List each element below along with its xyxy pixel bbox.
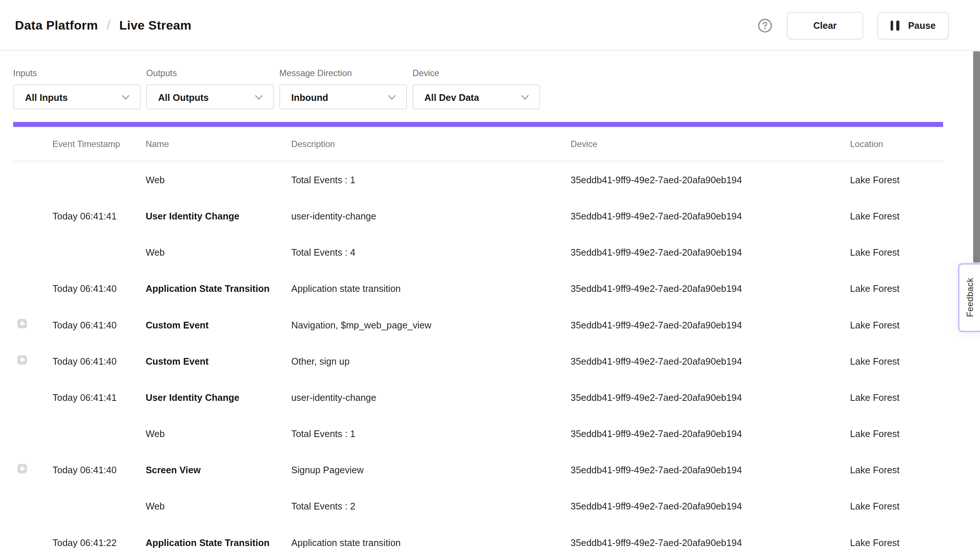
message-direction-dropdown-value: Inbound [291,92,328,102]
cell-name: Screen View [145,464,291,475]
cell-location: Lake Forest [850,211,943,221]
pause-button[interactable]: Pause [877,11,948,39]
table-row[interactable]: Today 06:41:40 Custom Event Other, sign … [13,343,943,379]
chevron-down-icon [255,94,263,100]
table-row[interactable]: Web Total Events : 1 35eddb41-9ff9-49e2-… [13,415,943,452]
filter-message-direction-label: Message Direction [280,68,407,78]
cell-name: Web [145,501,291,511]
pause-button-label: Pause [908,20,936,31]
cell-location: Lake Forest [850,356,943,366]
live-stream-page: Data Platform / Live Stream Clear Pause [0,0,980,549]
cell-description: Application state transition [291,537,571,547]
cell-name: Application State Transition [145,537,291,547]
cell-timestamp: Today 06:41:22 [52,537,145,547]
cell-name: Web [145,174,291,185]
cell-name: Web [145,428,291,439]
app-header: Data Platform / Live Stream Clear Pause [0,0,980,51]
table-row[interactable]: Today 06:41:40 Custom Event Navigation, … [13,306,943,343]
cell-description: user-identity-change [291,211,571,221]
cell-location: Lake Forest [850,428,943,439]
cell-location: Lake Forest [850,392,943,402]
column-header-name: Name [145,139,291,149]
filter-outputs: Outputs All Outputs [146,51,274,109]
chevron-down-icon [521,94,530,100]
filter-device: Device All Dev Data [412,51,540,109]
cell-timestamp: Today 06:41:41 [52,211,145,221]
cell-description: Other, sign up [291,356,571,366]
table-row[interactable]: Web Total Events : 1 35eddb41-9ff9-49e2-… [13,161,943,198]
cell-name: Custom Event [145,356,291,366]
feedback-tab[interactable]: Feedback [958,263,980,332]
cell-location: Lake Forest [850,501,943,511]
cell-device: 35eddb41-9ff9-49e2-7aed-20afa90eb194 [571,319,850,330]
cell-name: User Identity Change [145,392,291,402]
table-row[interactable]: Today 06:41:41 User Identity Change user… [13,379,943,415]
feedback-tab-label: Feedback [965,278,975,318]
chevron-down-icon [387,94,396,100]
table-row[interactable]: Today 06:41:22 Application State Transit… [13,524,943,549]
question-mark-circle-icon [757,18,773,33]
chevron-down-icon [121,94,130,100]
table-header-row: Event Timestamp Name Description Device … [13,127,943,161]
device-dropdown[interactable]: All Dev Data [412,85,540,110]
cell-location: Lake Forest [850,537,943,547]
clear-button-label: Clear [813,20,837,31]
cell-description: Total Events : 4 [291,247,571,257]
table-row[interactable]: Today 06:41:41 User Identity Change user… [13,198,943,234]
filter-outputs-label: Outputs [146,68,274,78]
cell-name: Web [145,247,291,257]
filter-inputs: Inputs All Inputs [13,51,141,109]
cell-device: 35eddb41-9ff9-49e2-7aed-20afa90eb194 [571,356,850,366]
cell-timestamp: Today 06:41:40 [52,283,145,294]
breadcrumb: Data Platform / Live Stream [0,17,192,33]
cell-device: 35eddb41-9ff9-49e2-7aed-20afa90eb194 [571,392,850,402]
breadcrumb-separator: / [107,17,110,33]
outputs-dropdown-value: All Outputs [158,92,208,102]
vertical-scrollbar-thumb[interactable] [973,51,980,263]
table-row[interactable]: Today 06:41:40 Screen View Signup Pagevi… [13,452,943,488]
table-row[interactable]: Web Total Events : 2 35eddb41-9ff9-49e2-… [13,488,943,524]
help-button[interactable] [757,18,773,33]
cell-device: 35eddb41-9ff9-49e2-7aed-20afa90eb194 [571,283,850,294]
cell-device: 35eddb41-9ff9-49e2-7aed-20afa90eb194 [571,501,850,511]
live-stream-table: Event Timestamp Name Description Device … [13,127,943,549]
column-header-description: Description [291,139,571,149]
cell-description: Total Events : 2 [291,501,571,511]
clear-button[interactable]: Clear [787,11,863,39]
cell-device: 35eddb41-9ff9-49e2-7aed-20afa90eb194 [571,211,850,221]
filter-device-label: Device [412,68,540,78]
cell-name: User Identity Change [145,211,291,221]
page-title: Live Stream [119,18,192,32]
cell-location: Lake Forest [850,174,943,185]
device-dropdown-value: All Dev Data [424,92,479,102]
cell-description: Application state transition [291,283,571,294]
inputs-dropdown[interactable]: All Inputs [13,85,141,110]
message-direction-dropdown[interactable]: Inbound [280,85,407,110]
cell-location: Lake Forest [850,319,943,330]
cell-description: user-identity-change [291,392,571,402]
cell-description: Total Events : 1 [291,174,571,185]
expand-row-button[interactable] [18,355,27,364]
breadcrumb-data-platform[interactable]: Data Platform [15,18,98,32]
cell-description: Navigation, $mp_web_page_view [291,319,571,330]
table-body: Web Total Events : 1 35eddb41-9ff9-49e2-… [13,161,943,549]
expand-row-button[interactable] [18,464,27,473]
column-header-location: Location [850,139,943,149]
cell-timestamp: Today 06:41:41 [52,392,145,402]
cell-location: Lake Forest [850,283,943,294]
accent-bar [13,122,943,127]
filter-inputs-label: Inputs [13,68,141,78]
cell-description: Total Events : 1 [291,428,571,439]
cell-device: 35eddb41-9ff9-49e2-7aed-20afa90eb194 [571,428,850,439]
cell-timestamp: Today 06:41:40 [52,464,145,475]
table-row[interactable]: Today 06:41:40 Application State Transit… [13,270,943,306]
column-header-device: Device [571,139,850,149]
cell-timestamp: Today 06:41:40 [52,319,145,330]
table-row[interactable]: Web Total Events : 4 35eddb41-9ff9-49e2-… [13,234,943,270]
expand-row-button[interactable] [18,318,27,328]
outputs-dropdown[interactable]: All Outputs [146,85,274,110]
cell-location: Lake Forest [850,464,943,475]
cell-timestamp: Today 06:41:40 [52,356,145,366]
pause-bars-icon [891,20,899,30]
cell-name: Application State Transition [145,283,291,294]
